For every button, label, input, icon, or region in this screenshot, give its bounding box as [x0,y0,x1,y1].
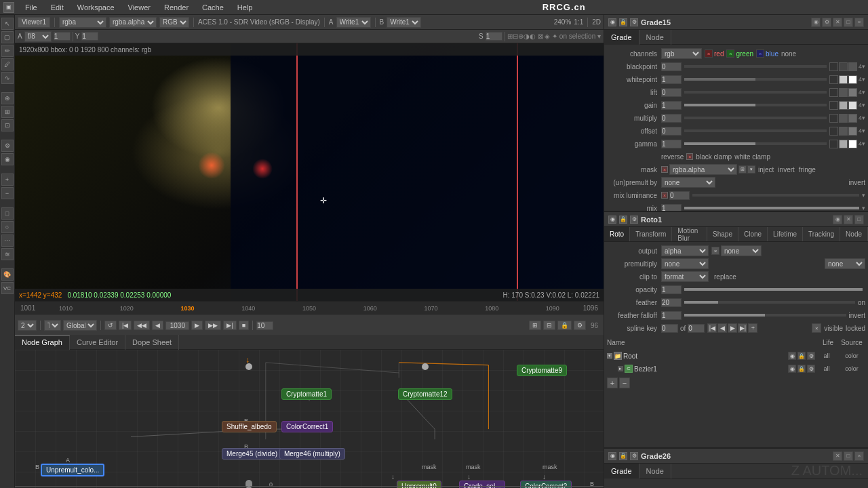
sk-btn-2[interactable]: ◀ [717,323,727,333]
sidebar-color[interactable]: 🎨 [1,268,14,281]
featherfalloff-input[interactable] [661,311,682,320]
tl-stop[interactable]: ■ [239,321,249,330]
props-settings-icon[interactable]: ⚙ [630,18,638,26]
grade26-lock-icon[interactable]: 🔒 [619,452,627,460]
ph-icon-1[interactable]: ◉ [811,18,821,27]
mix-slider[interactable] [684,207,859,209]
node-selected-blue[interactable]: Unpremult_colo... [41,464,104,476]
root-lock-btn[interactable]: 🔒 [797,352,806,360]
output-none-select[interactable]: none [721,245,762,256]
sidebar-bezier[interactable]: ∿ [1,72,14,84]
sk-btn-5[interactable]: + [748,323,757,333]
node-canvas[interactable]: ↓ Cryptomatte9 Cryptomatte1 Cryptomatte1… [15,350,604,488]
roto-lock-icon[interactable]: 🔒 [619,216,627,224]
tl-play[interactable]: ▶ [191,321,203,330]
mask-select[interactable]: rgba.alpha [669,164,737,175]
fps-select[interactable]: 24 [18,320,37,331]
mix-input[interactable] [661,204,682,211]
roto-eye-icon[interactable]: ◉ [608,216,616,224]
ch-x-red[interactable]: × [705,49,713,58]
props-lock-icon[interactable]: 🔒 [619,18,627,26]
ph-icon-4[interactable]: □ [844,18,853,27]
viewer-viewport[interactable]: ✛ 1920x800 bbox: 0 0 1920 800 channels: … [15,43,604,301]
splinekey-of-input[interactable] [688,324,705,333]
sidebar-draw[interactable]: ✏ [1,45,14,57]
tl-settings[interactable]: ⚙ [574,321,586,330]
tl-next[interactable]: ▶▶ [205,321,221,330]
sidebar-circle[interactable]: ○ [1,221,14,233]
tab-tracking[interactable]: Tracking [803,227,840,242]
tl-lock[interactable]: 🔒 [557,321,572,330]
tree-add-btn[interactable]: + [607,378,618,388]
tab-node-graph[interactable]: Node Graph [15,335,70,350]
feather-slider[interactable] [684,301,855,304]
y-input[interactable]: 1 [54,32,71,41]
ch-x-blue[interactable]: × [756,49,764,58]
mask-x-btn[interactable]: × [661,166,668,173]
node-cryptomatte9[interactable]: Cryptomatte9 [517,365,567,376]
node-colorcorrect2[interactable]: ColorCorrect2 [520,481,572,488]
output-x-btn[interactable]: × [711,247,719,255]
ph-icon-3[interactable]: ✕ [833,18,842,27]
lift-input[interactable] [661,88,682,97]
grade26-tab-node[interactable]: Node [639,464,671,479]
multiply-slider[interactable] [684,117,827,119]
gain-input[interactable] [661,101,682,110]
node-unpremult[interactable]: Unpremult0 [397,481,441,488]
root-eye-btn[interactable]: ◉ [788,352,796,360]
tab-transform[interactable]: Transform [630,227,672,242]
premult-select[interactable]: none [661,258,709,269]
viewer-tab[interactable]: Viewer1 [18,17,50,28]
tab-dope-sheet[interactable]: Dope Sheet [125,335,179,350]
clipto-select[interactable]: format [661,271,709,282]
black-clamp-x[interactable]: × [686,153,693,160]
write-b-select[interactable]: Write1 [387,17,421,28]
sk-btn-3[interactable]: ▶ [728,323,737,333]
tree-remove-btn[interactable]: − [619,378,630,388]
bezier-eye-btn[interactable]: ◉ [788,365,796,373]
whitepoint-input[interactable] [661,75,682,84]
colorspace-select[interactable]: RGB [159,17,189,28]
sk-btn-1[interactable]: |◀ [707,323,717,333]
sidebar-square[interactable]: □ [1,207,14,220]
tl-begin[interactable]: |◀ [119,321,132,330]
frame-input[interactable] [165,321,189,330]
tab-grade[interactable]: Grade [604,30,639,45]
node-shuffle-albedo[interactable]: Shuffle_albedo [222,421,277,432]
sidebar-select[interactable]: ▢ [1,31,14,43]
menu-render[interactable]: Render [161,2,191,13]
menu-file[interactable]: File [22,2,40,13]
tab-motion-blur[interactable]: Motion Blur [672,227,707,242]
blackpoint-slider[interactable] [684,65,827,68]
tab-roto[interactable]: Roto [604,227,630,242]
whitepoint-slider[interactable] [684,78,827,81]
sidebar-add[interactable]: + [1,174,14,186]
multiply-input[interactable] [661,114,682,123]
node-merge46[interactable]: Merge46 (multiply) [279,448,345,460]
feather-input[interactable] [661,298,682,307]
tab-shape[interactable]: Shape [707,227,738,242]
gain-slider[interactable] [684,104,827,106]
gamma-slider[interactable] [684,142,827,145]
mask-btn-1[interactable]: ⊞ [738,165,747,174]
premult-none2-select[interactable]: none [825,258,865,269]
ph-icon-2[interactable]: ⚙ [822,18,831,27]
grade26-ph-2[interactable]: □ [844,451,853,461]
tl-end[interactable]: ▶| [223,321,236,330]
menu-help[interactable]: Help [235,2,256,13]
tab-clone[interactable]: Clone [738,227,768,242]
roto-ph-2[interactable]: ✕ [844,215,853,224]
sidebar-clone[interactable]: ⊡ [1,119,14,131]
mask-btn-2[interactable]: ▾ [747,165,755,174]
roto-ph-1[interactable]: ◉ [833,215,842,224]
blackpoint-input[interactable] [661,62,682,71]
s-input[interactable] [486,32,502,41]
tab-curve-editor[interactable]: Curve Editor [70,335,125,350]
roto-ph-3[interactable]: □ [854,215,864,224]
sidebar-crop[interactable]: ⊞ [1,106,14,118]
tl-prev[interactable]: ◀ [152,321,163,330]
bezier-lock-btn[interactable]: 🔒 [797,365,806,373]
bp-swatch-1[interactable] [829,62,838,71]
offset-slider[interactable] [684,129,827,132]
ph-icon-5[interactable]: × [854,18,864,27]
